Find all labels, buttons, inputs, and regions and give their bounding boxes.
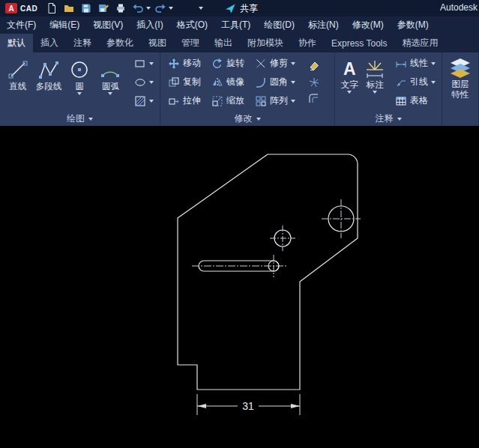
tab-parametric[interactable]: 参数化 [99, 34, 141, 52]
tab-featured-apps[interactable]: 精选应用 [394, 34, 445, 52]
linear-dim-button[interactable]: 线性 [392, 54, 439, 73]
ellipse-icon [134, 76, 146, 88]
rectangle-button[interactable] [131, 54, 157, 73]
share-button[interactable]: 共享 [225, 0, 258, 16]
erase-icon [308, 60, 320, 72]
move-button[interactable]: 移动 [165, 54, 204, 73]
undo-group [130, 1, 151, 15]
save-as-button[interactable] [96, 1, 111, 15]
fillet-button[interactable]: 圆角 [252, 73, 298, 91]
annotate-panel-footer[interactable]: 注释 [335, 112, 442, 126]
stretch-button[interactable]: 拉伸 [165, 91, 204, 110]
text-button[interactable]: A 文字 [338, 55, 361, 110]
mirror-button[interactable]: 镜像 [208, 73, 247, 91]
menu-format[interactable]: 格式(O) [170, 16, 214, 34]
circle-label: 圆 [75, 82, 84, 91]
trim-button[interactable]: 修剪 [252, 54, 298, 73]
ellipse-caret-icon [149, 81, 154, 84]
polyline-button[interactable]: 多段线 [34, 55, 63, 110]
copy-button[interactable]: 复制 [165, 73, 204, 91]
arc-flyout-caret-icon[interactable] [108, 92, 112, 95]
arc-button[interactable]: 圆弧 [96, 55, 125, 110]
undo-icon [132, 2, 144, 14]
save-button[interactable] [79, 1, 94, 15]
layer-properties-label-2: 特性 [452, 89, 469, 100]
menu-tools[interactable]: 工具(T) [214, 16, 257, 34]
mirror-icon [211, 76, 223, 88]
array-button[interactable]: 阵列 [252, 91, 298, 110]
tab-manage[interactable]: 管理 [174, 34, 207, 52]
layer-properties-button[interactable]: 图层 特性 [445, 55, 475, 110]
menu-edit[interactable]: 编辑(E) [43, 16, 86, 34]
menu-insert[interactable]: 插入(I) [130, 16, 169, 34]
dimension-caret-icon[interactable] [373, 91, 377, 94]
hatch-button[interactable] [131, 91, 157, 110]
leader-button[interactable]: 引线 [392, 73, 439, 91]
tab-annotate[interactable]: 注释 [66, 34, 99, 52]
undo-button[interactable] [130, 1, 145, 15]
leader-caret-icon [431, 81, 436, 84]
modify-panel-footer[interactable]: 修改 [160, 112, 334, 126]
redo-icon [154, 2, 166, 14]
hatch-caret-icon [149, 100, 154, 103]
circle-button[interactable]: 圆 [65, 55, 94, 110]
explode-button[interactable] [306, 75, 322, 90]
tab-home[interactable]: 默认 [0, 34, 33, 52]
array-caret-icon [291, 100, 295, 103]
draw-panel-caret-icon [88, 118, 93, 121]
menu-modify[interactable]: 修改(M) [346, 16, 391, 34]
tab-collaborate[interactable]: 协作 [291, 34, 324, 52]
tab-addins[interactable]: 附加模块 [240, 34, 291, 52]
redo-button[interactable] [153, 1, 168, 15]
draw-panel-footer[interactable]: 绘图 [0, 112, 160, 126]
text-caret-icon[interactable] [347, 91, 352, 94]
tab-express-tools[interactable]: Express Tools [324, 34, 394, 52]
modify-panel-label: 修改 [235, 112, 253, 125]
fillet-label: 圆角 [270, 76, 288, 88]
ellipse-button[interactable] [131, 73, 157, 91]
rotate-button[interactable]: 旋转 [208, 54, 247, 73]
open-file-button[interactable] [61, 1, 76, 15]
tab-insert[interactable]: 插入 [33, 34, 66, 52]
stretch-icon [168, 95, 180, 107]
redo-caret-icon[interactable] [169, 7, 173, 10]
erase-button[interactable] [306, 58, 322, 73]
copy-icon [168, 76, 180, 88]
trim-icon [255, 58, 267, 70]
qat-customize-button[interactable] [193, 1, 208, 15]
stretch-label: 拉伸 [183, 94, 201, 107]
draw-panel-label: 绘图 [67, 112, 85, 125]
line-button[interactable]: 直线 [3, 55, 32, 110]
modify-panel-caret-icon [256, 118, 261, 121]
dimension-icon [364, 58, 385, 79]
offset-button[interactable] [306, 91, 322, 106]
fillet-icon [255, 76, 267, 88]
print-button[interactable] [113, 1, 128, 15]
print-icon [115, 2, 127, 14]
tab-output[interactable]: 输出 [207, 34, 240, 52]
annotate-panel: A 文字 标注 线性 引线 [335, 52, 442, 126]
menu-parametric[interactable]: 参数(M) [391, 16, 436, 34]
table-button[interactable]: 表格 [392, 91, 439, 110]
menu-draw[interactable]: 绘图(D) [257, 16, 301, 34]
drawing-canvas[interactable]: 31 [0, 126, 479, 448]
dimension-text: 31 [242, 400, 254, 412]
layers-panel-footer[interactable] [442, 112, 478, 126]
undo-caret-icon[interactable] [146, 7, 151, 10]
tab-view[interactable]: 视图 [141, 34, 174, 52]
circle-flyout-caret-icon[interactable] [77, 92, 82, 95]
menu-view[interactable]: 视图(V) [86, 16, 130, 34]
dimension-button[interactable]: 标注 [362, 55, 388, 110]
rectangle-caret-icon [149, 62, 154, 65]
fillet-caret-icon [291, 81, 295, 84]
new-file-button[interactable] [44, 1, 59, 15]
polyline-icon [37, 58, 60, 81]
scale-button[interactable]: 缩放 [208, 91, 247, 110]
app-menu-button[interactable]: A CAD [0, 0, 43, 16]
move-icon [168, 58, 180, 70]
menu-file[interactable]: 文件(F) [0, 16, 43, 34]
dim-arrow-left [197, 404, 206, 408]
arc-icon [99, 58, 121, 81]
rectangle-icon [134, 58, 146, 70]
menu-dimension[interactable]: 标注(N) [301, 16, 346, 34]
